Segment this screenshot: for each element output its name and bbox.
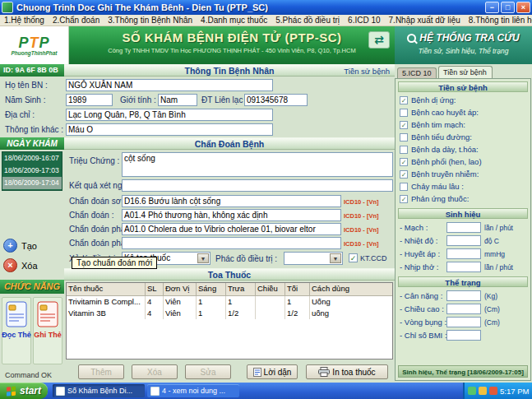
taskbar-task-2[interactable]: 4 - xem noi dung ... bbox=[147, 384, 239, 397]
remove-drug-button[interactable]: Xóa bbox=[132, 364, 178, 379]
vitals-section-header: Sinh hiệu bbox=[398, 208, 528, 219]
menu-item-phac-do-dieu-tri[interactable]: 5.Phác đồ điều trị bbox=[271, 16, 344, 25]
plus-icon: + bbox=[3, 239, 17, 253]
visit-date-item[interactable]: 18/06/2009-16:07 bbox=[2, 152, 62, 165]
chevron-down-icon[interactable]: ▼ bbox=[330, 253, 341, 263]
logo-caption: PhuongThinhPhat bbox=[12, 50, 58, 56]
lookup-footer: Sinh hiệu, Thể trạng [18/06/2009-17:05] bbox=[398, 365, 528, 378]
ktccd-checkbox[interactable]: ✓ bbox=[349, 253, 358, 262]
minimize-button[interactable]: − bbox=[485, 2, 499, 13]
vital-input[interactable] bbox=[446, 235, 481, 246]
task-icon bbox=[56, 387, 65, 396]
checkbox[interactable]: ✓ bbox=[400, 96, 408, 104]
icd10-tag[interactable]: ICD10 - [Vn] bbox=[344, 212, 379, 220]
sync-icon[interactable]: ⇄ bbox=[368, 31, 390, 49]
icd10-tag[interactable]: ICD10 - [Vn] bbox=[344, 240, 379, 248]
ktccd-label: KT.CCD bbox=[360, 254, 387, 262]
gender-field[interactable]: Nam bbox=[158, 94, 197, 106]
diagnosis-label: Chẩn đoán : bbox=[69, 211, 114, 220]
body-stat-input[interactable] bbox=[446, 304, 481, 314]
checkbox[interactable] bbox=[400, 133, 408, 142]
close-button[interactable]: × bbox=[516, 2, 530, 13]
differential-1-field[interactable]: A01.0 Cholera due to Vibrio cholerae 01,… bbox=[122, 223, 341, 235]
taskbar-task-1[interactable]: Số Khám Bệnh Di... bbox=[53, 384, 145, 397]
visit-date-item-selected[interactable]: 18/06/2009-17:04 bbox=[2, 177, 62, 189]
app-icon bbox=[2, 2, 13, 13]
checkbox[interactable] bbox=[400, 146, 408, 154]
name-field[interactable]: NGÔ XUÂN NAM bbox=[66, 79, 273, 91]
year-field[interactable]: 1989 bbox=[66, 94, 113, 106]
tab-tien-su-benh[interactable]: Tiền sử bệnh bbox=[438, 66, 493, 78]
checkbox[interactable] bbox=[400, 109, 408, 117]
vital-row: - Nhiệt độ :độ C bbox=[395, 235, 531, 247]
checkbox[interactable]: ✓ bbox=[400, 158, 408, 166]
tab-icd10[interactable]: 5.ICD 10 bbox=[397, 67, 437, 78]
visit-date-item[interactable]: 18/06/2009-17:03 bbox=[2, 165, 62, 177]
menu-item-he-thong[interactable]: 1.Hệ thống bbox=[0, 16, 49, 25]
history-item: ✓Bệnh dị ứng: bbox=[400, 95, 528, 105]
print-prescription-button[interactable]: In toa thuốc bbox=[306, 364, 388, 379]
menu-item-nhap-xuat-du-lieu[interactable]: 7.Nhập xuất dữ liệu bbox=[385, 16, 465, 25]
address-field[interactable]: Lạc Long Quân, P8, Q Tân Bình bbox=[66, 109, 273, 121]
protocol-label: Phác đồ điều trị : bbox=[215, 254, 277, 263]
phone-field[interactable]: 091345678 bbox=[244, 94, 308, 106]
vital-input[interactable] bbox=[446, 248, 481, 259]
body-stat-row: - Chỉ số BMI : bbox=[395, 330, 531, 341]
body-stats-section-header: Thể trạng bbox=[398, 276, 528, 287]
checkbox[interactable]: ✓ bbox=[400, 121, 408, 129]
history-item: Bệnh tiểu đường: bbox=[400, 132, 528, 142]
body-stat-input[interactable] bbox=[446, 330, 481, 341]
add-drug-button[interactable]: Thêm bbox=[78, 364, 124, 379]
start-button[interactable]: start bbox=[0, 383, 48, 399]
menu-item-chan-doan[interactable]: 2.Chẩn đoán bbox=[49, 16, 104, 25]
tray-icon-2[interactable] bbox=[479, 387, 487, 395]
menu-item-danh-muc-thuoc[interactable]: 4.Danh mục thuốc bbox=[197, 16, 271, 25]
body-stat-input[interactable] bbox=[446, 290, 481, 301]
checkbox[interactable]: ✓ bbox=[400, 170, 408, 179]
menu-item-thong-tin-benh-nhan[interactable]: 3.Thông tin Bệnh Nhân bbox=[104, 16, 197, 25]
write-card-button[interactable]: Ghi Thẻ bbox=[33, 297, 62, 364]
diagnosis-field[interactable]: A01.4 Phó thương hàn, không xác định bbox=[122, 209, 341, 221]
menu-item-icd10[interactable]: 6.ICD 10 bbox=[344, 16, 384, 25]
prelim-diagnosis-field[interactable]: D16.6 Bướu lành cột sống bbox=[122, 195, 341, 207]
body-stat-input[interactable] bbox=[446, 317, 481, 327]
table-row[interactable]: Trivitamin B Compl... 4 Viên 1 1 1 Uống bbox=[67, 296, 392, 308]
vital-input[interactable] bbox=[446, 222, 481, 233]
logo-letters: PTP bbox=[18, 35, 49, 50]
icd10-tag[interactable]: ICD10 - [Vn] bbox=[344, 226, 379, 234]
patient-section-title: Thông Tin Bệnh Nhân bbox=[185, 66, 275, 76]
lookup-subtitle: Tiền sử, Sinh hiệu, Thể trạng bbox=[395, 47, 532, 55]
vital-input[interactable] bbox=[446, 262, 481, 272]
advice-button[interactable]: Lời dặn bbox=[247, 364, 298, 379]
checkbox[interactable] bbox=[400, 183, 408, 191]
vital-row: - Huyết áp :mmHg bbox=[395, 248, 531, 260]
maximize-button[interactable]: □ bbox=[501, 2, 515, 13]
history-item: ✓Bệnh phổi (hen, lao) bbox=[400, 156, 528, 167]
status-text: Command OK bbox=[5, 371, 52, 379]
app-subtitle: Công Ty TNHH TMDV Tin Học PHƯƠNG THỊNH P… bbox=[69, 47, 395, 54]
delete-visit-button[interactable]: × Xóa bbox=[3, 257, 61, 274]
table-row[interactable]: Vitamin 3B 4 Viên 1 1/2 1/2 uống bbox=[67, 308, 392, 319]
test-result-field[interactable] bbox=[122, 179, 393, 192]
edit-drug-button[interactable]: Sửa bbox=[185, 364, 231, 379]
read-card-button[interactable]: Đọc Thẻ bbox=[2, 297, 31, 364]
protocol-combo[interactable]: ▼ bbox=[284, 252, 343, 265]
lookup-header: HỆ THỐNG TRA CỨU Tiền sử, Sinh hiệu, Thể… bbox=[395, 26, 532, 64]
checkbox[interactable]: ✓ bbox=[400, 195, 408, 203]
application-window: Chuong Trinh Doc Ghi The Khám Bênh - Die… bbox=[0, 0, 532, 399]
symptom-field[interactable]: cột sống bbox=[122, 152, 393, 177]
tray-icon-1[interactable] bbox=[468, 387, 476, 395]
differential-2-field[interactable] bbox=[122, 237, 341, 249]
task-icon bbox=[150, 387, 160, 396]
tray-icon-3[interactable] bbox=[489, 387, 497, 395]
menu-item-thong-tin-lien-he[interactable]: 8.Thông tin liên hệ bbox=[465, 16, 532, 25]
chevron-down-icon[interactable]: ▼ bbox=[197, 253, 209, 263]
app-title: SỐ KHÁM BỆNH ĐIỆN TỬ (PTP-SC) bbox=[69, 30, 395, 44]
icd10-tag[interactable]: ICD10 - [Vn] bbox=[344, 198, 379, 206]
other-info-field[interactable]: Máu O bbox=[66, 123, 273, 136]
history-link[interactable]: Tiền sử bệnh bbox=[344, 66, 390, 77]
history-item: ✓Bệnh truyền nhiễm: bbox=[400, 169, 528, 179]
create-visit-button[interactable]: + Tạo bbox=[3, 237, 61, 254]
diagnosis-section-header: Chẩn Đoán Bệnh bbox=[64, 137, 395, 150]
window-title: Chuong Trinh Doc Ghi The Khám Bênh - Die… bbox=[16, 2, 483, 12]
